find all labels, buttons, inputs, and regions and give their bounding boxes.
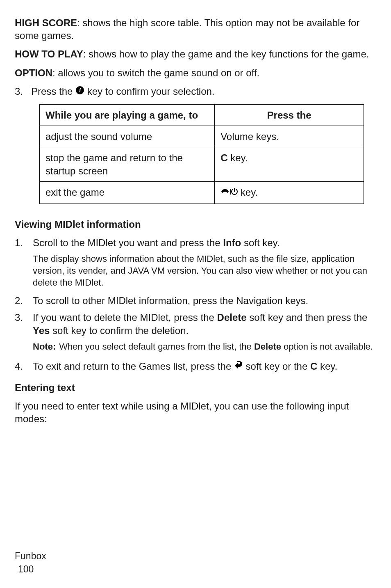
table-header-right: Press the bbox=[215, 105, 364, 126]
midlet-step-3-post: soft key to confirm the deletion. bbox=[50, 325, 189, 336]
info-softkey-bold: Info bbox=[223, 237, 241, 248]
midlet-step-3: 3. If you want to delete the MIDlet, pre… bbox=[15, 311, 376, 336]
high-score-label: HIGH SCORE bbox=[15, 17, 77, 28]
step-3-text-after: key to confirm your selection. bbox=[87, 86, 215, 97]
midlet-step-1: 1. Scroll to the MIDlet you want and pre… bbox=[15, 236, 376, 249]
entering-text-body: If you need to enter text while using a … bbox=[15, 400, 376, 425]
yes-softkey-bold: Yes bbox=[33, 325, 50, 336]
midlet-step-1-number: 1. bbox=[15, 236, 33, 249]
high-score-paragraph: HIGH SCORE: shows the high score table. … bbox=[15, 16, 376, 42]
midlet-step-3-pre: If you want to delete the MIDlet, press … bbox=[33, 312, 217, 323]
how-to-play-paragraph: HOW TO PLAY: shows how to play the game … bbox=[15, 48, 376, 60]
table-header-left: While you are playing a game, to bbox=[40, 105, 215, 126]
end-key-rest: key. bbox=[238, 187, 258, 198]
midlet-step-1-detail: The display shows information about the … bbox=[33, 253, 376, 288]
entering-text-heading: Entering text bbox=[15, 381, 376, 394]
step-3-body: Press the i key to confirm your selectio… bbox=[31, 85, 376, 98]
c-key-bold-2: C bbox=[310, 361, 317, 372]
option-paragraph: OPTION: allows you to switch the game so… bbox=[15, 66, 376, 79]
c-key-rest: key. bbox=[227, 152, 248, 163]
table-cell-right: Volume keys. bbox=[215, 126, 364, 147]
how-to-play-label: HOW TO PLAY bbox=[15, 48, 83, 59]
step-3-number: 3. bbox=[15, 85, 31, 98]
note-body: When you select default games from the l… bbox=[59, 341, 373, 353]
midlet-step-3-body: If you want to delete the MIDlet, press … bbox=[33, 311, 376, 336]
midlet-step-4-post: key. bbox=[317, 361, 337, 372]
midlet-step-3-number: 3. bbox=[15, 311, 33, 336]
midlet-step-4-number: 4. bbox=[15, 360, 33, 373]
back-icon bbox=[234, 360, 243, 373]
midlet-note: Note: When you select default games from… bbox=[33, 341, 376, 353]
delete-softkey-bold: Delete bbox=[217, 312, 247, 323]
midlet-step-4-pre: To exit and return to the Games list, pr… bbox=[33, 361, 234, 372]
note-delete-bold: Delete bbox=[254, 341, 281, 352]
table-row: exit the game key. bbox=[40, 181, 364, 204]
svg-rect-2 bbox=[230, 189, 231, 194]
how-to-play-text: : shows how to play the game and the key… bbox=[83, 48, 369, 59]
midlet-step-3-mid: soft key and then press the bbox=[247, 312, 368, 323]
table-cell-left: exit the game bbox=[40, 181, 215, 204]
step-3-row: 3. Press the i key to confirm your selec… bbox=[15, 85, 376, 98]
midlet-step-1-pre: Scroll to the MIDlet you want and press … bbox=[33, 237, 223, 248]
note-post: option is not available. bbox=[281, 341, 373, 352]
step-3-text-before: Press the bbox=[31, 86, 75, 97]
option-text: : allows you to switch the game sound on… bbox=[52, 67, 259, 78]
footer-section-name: Funbox bbox=[15, 550, 46, 563]
c-key-bold: C bbox=[221, 152, 227, 163]
note-label: Note: bbox=[33, 341, 56, 353]
midlet-step-1-body: Scroll to the MIDlet you want and press … bbox=[33, 236, 376, 249]
gameplay-table: While you are playing a game, to Press t… bbox=[39, 104, 364, 204]
table-cell-left: adjust the sound volume bbox=[40, 126, 215, 147]
table-cell-left: stop the game and return to the startup … bbox=[40, 147, 215, 181]
table-cell-right: key. bbox=[215, 181, 364, 204]
option-label: OPTION bbox=[15, 67, 52, 78]
viewing-midlet-heading: Viewing MIDlet information bbox=[15, 218, 376, 231]
midlet-step-4-body: To exit and return to the Games list, pr… bbox=[33, 360, 376, 373]
note-pre: When you select default games from the l… bbox=[59, 341, 254, 352]
midlet-step-2-number: 2. bbox=[15, 294, 33, 307]
end-power-icon bbox=[221, 186, 238, 199]
midlet-step-4: 4. To exit and return to the Games list,… bbox=[15, 360, 376, 373]
table-row: adjust the sound volume Volume keys. bbox=[40, 126, 364, 147]
midlet-step-2: 2. To scroll to other MIDlet information… bbox=[15, 294, 376, 307]
table-row: stop the game and return to the startup … bbox=[40, 147, 364, 181]
midlet-step-4-mid: soft key or the bbox=[246, 361, 310, 372]
confirm-icon: i bbox=[75, 85, 84, 98]
midlet-step-2-body: To scroll to other MIDlet information, p… bbox=[33, 294, 376, 307]
table-cell-right: C key. bbox=[215, 147, 364, 181]
footer-page-number: 100 bbox=[18, 563, 34, 576]
svg-rect-6 bbox=[234, 188, 235, 191]
midlet-step-1-post: soft key. bbox=[241, 237, 280, 248]
